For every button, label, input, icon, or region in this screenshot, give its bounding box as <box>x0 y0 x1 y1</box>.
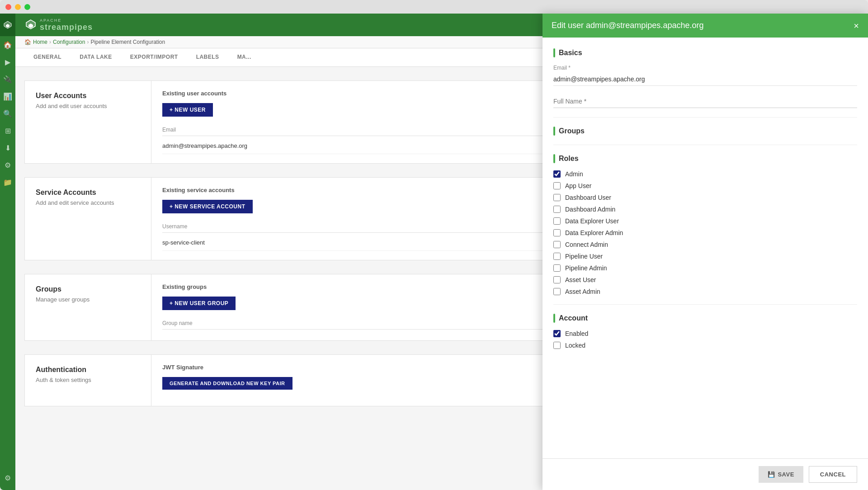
new-service-account-button[interactable]: + NEW SERVICE ACCOUNT <box>162 200 253 213</box>
breadcrumb-config[interactable]: Configuration <box>53 39 85 45</box>
role-pipeline-user-label: Pipeline User <box>565 253 603 260</box>
sidebar-item-connect[interactable]: 🔌 <box>0 71 15 88</box>
roles-section-label: Roles <box>553 154 857 163</box>
tab-general[interactable]: GENERAL <box>24 48 71 66</box>
role-pipeline-user[interactable]: Pipeline User <box>553 253 857 260</box>
groups-bar <box>553 127 555 136</box>
sidebar-item-pipelines[interactable]: ▶ <box>0 53 15 71</box>
account-enabled-checkbox[interactable] <box>553 330 561 337</box>
panel-close-button[interactable]: × <box>854 21 859 30</box>
sidebar-item-grid[interactable]: ⊞ <box>0 122 15 139</box>
role-dataexplorer-admin-label: Data Explorer Admin <box>565 229 623 236</box>
basics-section-label: Basics <box>553 48 857 57</box>
save-label: SAVE <box>778 471 794 478</box>
breadcrumb-page: Pipeline Element Configuration <box>90 39 165 45</box>
role-pipeline-admin-checkbox[interactable] <box>553 264 561 272</box>
role-appuser-checkbox[interactable] <box>553 182 561 189</box>
role-asset-admin-label: Asset Admin <box>565 288 600 295</box>
groups-title: Groups <box>36 285 140 293</box>
email-label: Email * <box>553 65 857 71</box>
tab-more[interactable]: MA... <box>228 48 260 66</box>
divider-1 <box>553 117 857 118</box>
fullname-field-group <box>553 95 857 108</box>
role-dashboard-admin-checkbox[interactable] <box>553 206 561 213</box>
sidebar-logo <box>0 14 15 36</box>
sidebar-item-tools[interactable]: ⚙ <box>0 156 15 174</box>
role-dashboard-admin[interactable]: Dashboard Admin <box>553 206 857 213</box>
divider-3 <box>553 304 857 305</box>
account-label-text: Account <box>559 314 588 322</box>
role-asset-user-checkbox[interactable] <box>553 276 561 283</box>
title-bar <box>0 0 868 14</box>
role-dashboard-user-checkbox[interactable] <box>553 194 561 201</box>
minimize-btn[interactable] <box>15 4 21 10</box>
basics-label-text: Basics <box>559 49 582 57</box>
role-connect-admin-checkbox[interactable] <box>553 241 561 248</box>
sidebar-item-search[interactable]: 🔍 <box>0 105 15 122</box>
groups-subtitle: Manage user groups <box>36 296 140 303</box>
roles-bar <box>553 154 555 163</box>
account-locked-label: Locked <box>565 342 585 349</box>
panel-title: Edit user admin@streampipes.apache.org <box>552 21 703 30</box>
fullname-input[interactable] <box>553 95 857 108</box>
role-dataexplorer-admin-checkbox[interactable] <box>553 229 561 236</box>
basics-bar <box>553 48 555 57</box>
service-accounts-subtitle: Add and edit service accounts <box>36 199 140 206</box>
role-appuser-label: App User <box>565 182 591 189</box>
sidebar-item-download[interactable]: ⬇ <box>0 139 15 156</box>
tab-labels[interactable]: LABELS <box>187 48 228 66</box>
user-accounts-left: User Accounts Add and edit user accounts <box>25 81 151 163</box>
groups-left: Groups Manage user groups <box>25 274 151 340</box>
cancel-button[interactable]: CANCEL <box>809 466 857 483</box>
account-section-label: Account <box>553 314 857 323</box>
role-pipeline-user-checkbox[interactable] <box>553 253 561 260</box>
save-button[interactable]: 💾 SAVE <box>759 466 803 483</box>
role-asset-admin-checkbox[interactable] <box>553 288 561 295</box>
email-value: admin@streampipes.apache.org <box>553 73 857 86</box>
role-appuser[interactable]: App User <box>553 182 857 189</box>
new-user-button[interactable]: + NEW USER <box>162 103 213 117</box>
tab-export-import[interactable]: EXPORT/IMPORT <box>121 48 187 66</box>
breadcrumb-home[interactable]: Home <box>33 39 47 45</box>
role-connect-admin[interactable]: Connect Admin <box>553 241 857 248</box>
role-dashboard-user[interactable]: Dashboard User <box>553 194 857 201</box>
sidebar-item-files[interactable]: 📁 <box>0 174 15 191</box>
panel-body: Basics Email * admin@streampipes.apache.… <box>542 38 868 458</box>
email-field-group: Email * admin@streampipes.apache.org <box>553 65 857 86</box>
sidebar-item-home[interactable]: 🏠 <box>0 36 15 53</box>
sidebar-item-settings[interactable]: ⚙ <box>0 469 15 486</box>
role-connect-admin-label: Connect Admin <box>565 241 608 248</box>
new-user-group-button[interactable]: + NEW USER GROUP <box>162 297 236 310</box>
account-enabled-label: Enabled <box>565 330 588 337</box>
service-accounts-left: Service Accounts Add and edit service ac… <box>25 178 151 260</box>
account-locked[interactable]: Locked <box>553 342 857 349</box>
role-dataexplorer-user-checkbox[interactable] <box>553 217 561 225</box>
role-asset-user-label: Asset User <box>565 276 596 283</box>
logo-apache-label: apache <box>40 18 61 23</box>
service-accounts-title: Service Accounts <box>36 188 140 197</box>
role-admin-label: Admin <box>565 170 583 178</box>
save-icon: 💾 <box>768 471 775 478</box>
role-asset-user[interactable]: Asset User <box>553 276 857 283</box>
auth-left: Authentication Auth & token settings <box>25 355 151 406</box>
generate-keypair-button[interactable]: GENERATE AND DOWNLOAD NEW KEY PAIR <box>162 377 292 390</box>
tab-datalake[interactable]: DATA LAKE <box>71 48 121 66</box>
role-pipeline-admin[interactable]: Pipeline Admin <box>553 264 857 272</box>
role-dashboard-user-label: Dashboard User <box>565 194 611 201</box>
role-dataexplorer-user-label: Data Explorer User <box>565 217 619 225</box>
user-accounts-subtitle: Add and edit user accounts <box>36 103 140 109</box>
role-dataexplorer-user[interactable]: Data Explorer User <box>553 217 857 225</box>
sidebar-item-dashboard[interactable]: 📊 <box>0 88 15 105</box>
user-accounts-title: User Accounts <box>36 92 140 100</box>
divider-2 <box>553 145 857 145</box>
role-dataexplorer-admin[interactable]: Data Explorer Admin <box>553 229 857 236</box>
role-admin-checkbox[interactable] <box>553 170 561 178</box>
account-enabled[interactable]: Enabled <box>553 330 857 337</box>
sidebar: 🏠 ▶ 🔌 📊 🔍 ⊞ ⬇ ⚙ 📁 ⚙ <box>0 14 15 490</box>
maximize-btn[interactable] <box>24 4 30 10</box>
account-checkbox-list: Enabled Locked <box>553 330 857 349</box>
role-admin[interactable]: Admin <box>553 170 857 178</box>
role-asset-admin[interactable]: Asset Admin <box>553 288 857 295</box>
account-locked-checkbox[interactable] <box>553 342 561 349</box>
close-btn[interactable] <box>5 4 11 10</box>
